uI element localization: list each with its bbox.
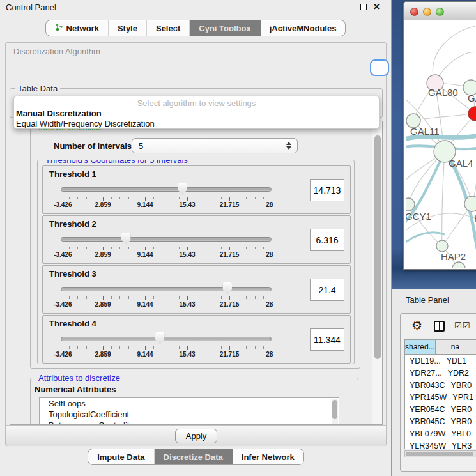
threshold-1-value-field[interactable]: [310, 179, 344, 201]
slider-ticks: [61, 247, 272, 250]
settings-scrollpane: Interval Definition Number of Intervals …: [10, 121, 383, 425]
checkbox-columns-icon[interactable]: ☑☑: [454, 321, 470, 330]
number-of-intervals-label: Number of Intervals: [54, 141, 132, 151]
table-row[interactable]: YDR27...YDR2: [405, 367, 476, 379]
scrollbar-thumb[interactable]: [374, 135, 381, 359]
close-icon[interactable]: ✕: [373, 2, 380, 12]
table-row[interactable]: YDL19...YDL1: [405, 355, 476, 367]
dropdown-option-equal-width-frequency[interactable]: Equal Width/Frequency Discretization: [16, 119, 155, 128]
slider-tick-labels: -3.426 2.859 9.144 15.43 21.715 28: [61, 301, 272, 308]
tab-select-label: Select: [156, 24, 180, 33]
tab-jactivemnodules[interactable]: jActiveMNodules: [261, 20, 346, 36]
slider-track[interactable]: [61, 337, 272, 341]
top-tab-strip: Network Style Select Cyni Toolbox jActiv…: [0, 20, 391, 36]
node-label: GAL11: [410, 126, 440, 137]
tab-jactivemnodules-label: jActiveMNodules: [270, 24, 337, 33]
network-node-h[interactable]: [464, 196, 476, 211]
node-label: GA: [468, 93, 476, 104]
control-panel: Control Panel ✕ Network Style Select: [0, 0, 392, 476]
close-traffic-light-icon[interactable]: [410, 8, 418, 16]
algorithm-dropdown-popup: Select algorithm to view settings Manual…: [13, 96, 380, 129]
slider-track[interactable]: [61, 287, 272, 291]
settings-vertical-scrollbar[interactable]: [372, 121, 382, 424]
column-header-name[interactable]: na: [436, 340, 476, 354]
tab-discretize-data-label: Discretize Data: [164, 452, 223, 462]
threshold-2-slider[interactable]: -3.426 2.859 9.144 15.43 21.715 28: [61, 233, 272, 258]
threshold-1-slider[interactable]: -3.426 2.859 9.144 15.43 21.715 28: [61, 183, 272, 208]
attributes-group-title: Attributes to discretize: [36, 373, 123, 383]
network-icon: [55, 23, 63, 33]
control-panel-titlebar: Control Panel ✕: [0, 0, 391, 14]
float-icon[interactable]: [360, 4, 367, 10]
threshold-2-value-field[interactable]: [310, 229, 344, 251]
node-label: HAP2: [441, 251, 466, 262]
tab-network[interactable]: Network: [46, 20, 109, 36]
node-table: shared... na YDL19...YDL1 YDR27...YDR2 Y…: [404, 339, 476, 449]
network-graph: [406, 21, 476, 268]
table-row[interactable]: YER054CYER0: [405, 403, 476, 415]
threshold-4-slider[interactable]: -3.426 2.859 9.144 15.43 21.715 28: [61, 332, 272, 358]
threshold-3-slider[interactable]: -3.426 2.859 9.144 15.43 21.715 28: [61, 282, 272, 308]
table-row[interactable]: YBL079WYBL0: [405, 427, 476, 440]
slider-thumb[interactable]: [222, 282, 232, 295]
list-item[interactable]: SelfLoops: [40, 398, 339, 409]
network-node-red[interactable]: [468, 107, 476, 121]
threshold-3-label: Threshold 3: [49, 269, 96, 279]
cyni-settings-panel: Discretization Algorithm Table Data galF…: [5, 42, 387, 446]
list-item[interactable]: TopologicalCoefficient: [40, 409, 339, 420]
table-header-row: shared... na: [405, 340, 476, 355]
number-of-intervals-combobox[interactable]: 5: [132, 138, 298, 153]
apply-button[interactable]: Apply: [175, 429, 217, 443]
table-panel-title: Table Panel: [406, 295, 449, 305]
table-row[interactable]: YPR145WYPR1: [405, 391, 476, 403]
network-window-titlebar[interactable]: [404, 2, 476, 20]
tab-cyni-toolbox-label: Cyni Toolbox: [199, 24, 250, 33]
network-view-window[interactable]: GAL80 GA C GAL11 GAL4 GCY1 H HAP2: [403, 1, 476, 270]
list-item[interactable]: BetweennessCentrality: [40, 420, 339, 425]
numerical-attributes-list[interactable]: SelfLoops TopologicalCoefficient Between…: [39, 397, 339, 425]
tab-select[interactable]: Select: [147, 20, 190, 36]
top-tabbar: Network Style Select Cyni Toolbox jActiv…: [45, 20, 346, 36]
slider-thumb[interactable]: [155, 332, 165, 344]
split-columns-icon[interactable]: [434, 321, 445, 332]
slider-thumb[interactable]: [178, 183, 187, 195]
slider-ticks: [61, 197, 272, 201]
table-panel-region: Table Panel ⚙ ☑☑ shared... na YDL19...YD…: [392, 289, 476, 476]
dropdown-option-manual-discretization[interactable]: Manual Discretization: [16, 109, 102, 118]
threshold-4-value-field[interactable]: [310, 328, 344, 351]
bottom-tab-strip: Impute Data Discretize Data Infer Networ…: [0, 449, 392, 465]
tab-impute-data-label: Impute Data: [97, 452, 144, 462]
zoom-traffic-light-icon[interactable]: [436, 8, 444, 16]
slider-tick-labels: -3.426 2.859 9.144 15.43 21.715 28: [61, 201, 272, 208]
tab-discretize-data[interactable]: Discretize Data: [155, 449, 233, 464]
slider-thumb[interactable]: [121, 233, 131, 245]
network-node-bottom[interactable]: [452, 262, 465, 268]
table-row[interactable]: YBR045CYBR0: [405, 415, 476, 427]
network-node-gcy1[interactable]: [406, 198, 415, 211]
slider-track[interactable]: [61, 187, 272, 192]
table-row[interactable]: YLR345WYLR3: [405, 440, 476, 449]
table-data-group-title: Table Data: [15, 84, 60, 93]
scrollbar-thumb[interactable]: [406, 452, 473, 456]
table-horizontal-scrollbar[interactable]: [404, 450, 476, 457]
bottom-tabbar: Impute Data Discretize Data Infer Networ…: [88, 449, 304, 465]
tab-infer-network[interactable]: Infer Network: [233, 449, 303, 464]
tab-impute-data[interactable]: Impute Data: [88, 449, 154, 464]
minimize-traffic-light-icon[interactable]: [423, 8, 431, 16]
network-node-hap2[interactable]: [436, 240, 448, 252]
algorithm-combobox[interactable]: [370, 59, 389, 76]
threshold-3-value-field[interactable]: [310, 279, 344, 301]
tab-network-label: Network: [66, 24, 99, 33]
column-header-shared-name[interactable]: shared...: [405, 340, 436, 354]
slider-track[interactable]: [61, 237, 272, 242]
threshold-4-panel: Threshold 4 -3.426 2.859 9.144: [42, 315, 351, 364]
slider-ticks: [61, 296, 272, 300]
list-scrollbar[interactable]: [332, 399, 338, 425]
table-row[interactable]: YBR043CYBR0: [405, 379, 476, 391]
tab-style[interactable]: Style: [109, 20, 147, 36]
attributes-group: Attributes to discretize Numerical Attri…: [30, 378, 358, 425]
tab-cyni-toolbox[interactable]: Cyni Toolbox: [190, 20, 260, 36]
dropdown-placeholder-item[interactable]: Select algorithm to view settings: [14, 98, 379, 108]
gear-icon[interactable]: ⚙: [411, 318, 422, 332]
network-canvas[interactable]: GAL80 GA C GAL11 GAL4 GCY1 H HAP2: [406, 21, 476, 268]
